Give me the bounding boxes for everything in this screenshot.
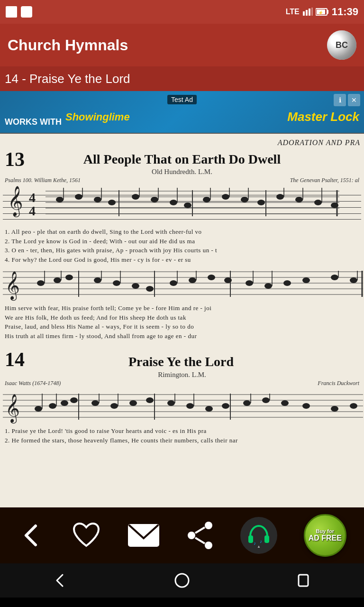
hymn14-header: 14 Praise Ye the Lord [3,343,361,371]
svg-point-118 [205,522,212,529]
share-icon [186,521,214,550]
bottom-nav: ♪ ♪ ▲ Buy for AD FREE [0,507,364,563]
hymn13-lyric2-1: Him serve with fear, His praise forth te… [5,304,359,313]
hymn14-lyric-1: 1. Praise ye the Lord! 'tis good to rais… [5,426,359,436]
svg-point-67 [264,283,272,289]
ad-brand1: Showinglime [65,111,130,123]
app-bar: Church Hymnals BC [0,24,364,66]
system-recents-button[interactable] [294,571,313,590]
back-icon [18,521,46,550]
hymn13-lyric-2: 2. The Lord ye know is God in - deed; Wi… [5,237,359,246]
svg-point-96 [110,403,118,409]
battery-icon: ⚡ [316,8,329,16]
ad-works-with: WORKS WITH [5,117,62,127]
music-content: ADORATION AND PRA 13 All People That on … [0,134,364,507]
svg-text:𝄞: 𝄞 [5,394,20,424]
svg-point-62 [170,280,177,286]
svg-point-19 [94,197,101,202]
buy-ad-free-button[interactable]: Buy for AD FREE [304,514,346,557]
svg-point-92 [49,403,56,409]
notes-svg-1 [46,185,339,223]
svg-point-65 [224,277,232,283]
hymn13-lyric-1: 1. All peo - ple that on earth do dwell,… [5,227,359,237]
svg-line-122 [195,538,205,543]
svg-point-59 [113,280,120,286]
svg-point-63 [189,277,196,283]
svg-point-106 [302,403,310,409]
email-button[interactable] [127,521,160,550]
svg-point-91 [35,406,42,412]
staff-svg-3: 𝄞 [3,389,363,424]
svg-point-108 [350,403,357,409]
avatar[interactable]: BC [327,30,356,60]
heart-icon [72,521,101,550]
system-back-button[interactable] [51,571,70,590]
hymn13-lyric-3: 3. O en - ter, then, His gates with prai… [5,246,359,255]
svg-point-22 [151,197,158,202]
section-label: ADORATION AND PRA [278,138,360,147]
back-button[interactable] [18,521,46,550]
music-player-button[interactable]: ♪ ♪ ▲ [240,516,278,554]
headphone-bg: ♪ ♪ ▲ [240,517,277,554]
svg-point-56 [54,277,61,283]
time-display: 11:39 [332,6,358,18]
hymn13-lyrics-1: 1. All peo - ple that on earth do dwell,… [3,227,361,264]
ad-close-button[interactable]: ✕ [348,94,360,106]
staff-2: 𝄞 [3,266,361,302]
svg-point-71 [350,277,357,283]
ad-controls[interactable]: ℹ ✕ [334,94,360,106]
svg-point-68 [283,280,291,286]
hymn14-lyric-2: 2. He formed the stars, those heavenly f… [5,436,359,445]
svg-text:𝄞: 𝄞 [5,271,20,301]
svg-point-105 [281,400,289,406]
svg-point-97 [129,400,137,406]
system-home-icon [173,572,191,589]
signal-icon [302,8,313,16]
svg-point-119 [188,532,195,539]
avatar-label: BC [336,40,348,50]
system-nav [0,563,364,598]
svg-point-27 [241,197,248,202]
staff-1: 𝄞 44 [3,185,361,226]
hymn14-attr-left: Isaac Watts (1674-1748) [5,380,61,387]
hymn14-attr-right: Francis Duckwort [318,380,359,387]
svg-point-128 [175,574,189,587]
status-info-right: LTE ⚡ 11:39 [286,6,358,18]
email-icon [127,521,160,550]
svg-point-64 [208,275,215,280]
ad-info-button[interactable]: ℹ [334,94,346,106]
svg-point-93 [61,400,68,406]
svg-text:♪: ♪ [254,541,256,546]
svg-rect-129 [299,575,308,586]
system-back-icon [52,572,69,589]
svg-rect-1 [306,10,308,16]
svg-point-55 [37,280,45,286]
lte-label: LTE [286,8,300,16]
svg-text:♪: ♪ [260,539,262,544]
svg-point-66 [246,280,253,286]
svg-point-25 [203,197,210,202]
notification-icon [6,6,17,18]
system-home-button[interactable] [173,571,191,590]
svg-point-24 [184,202,191,208]
ad-banner[interactable]: Test Ad WORKS WITH Showinglime Master Lo… [0,91,364,134]
hymn13-lyrics-2: Him serve with fear, His praise forth te… [3,304,361,340]
svg-text:▲: ▲ [257,544,261,548]
svg-point-103 [243,400,251,406]
svg-point-98 [146,397,154,403]
svg-point-58 [94,277,101,283]
favorite-button[interactable] [72,521,101,550]
svg-point-61 [146,286,154,292]
status-icons-left [6,6,32,18]
ad-tag: Test Ad [167,95,197,104]
svg-point-107 [331,406,338,412]
svg-rect-2 [309,9,310,16]
hymn14-title: Praise Ye the Lord [1,354,361,369]
hymn13-attribution: Psalms 100. William Kethe, 1561 The Gene… [3,177,361,184]
svg-point-31 [314,200,322,205]
svg-point-57 [65,275,73,280]
hymn13-attr-right: The Genevan Psalter, 1551: al [290,177,359,184]
svg-point-70 [331,275,338,280]
share-button[interactable] [186,521,214,550]
hymn13-subtitle: Old Hundredth. L.M. [3,168,361,176]
